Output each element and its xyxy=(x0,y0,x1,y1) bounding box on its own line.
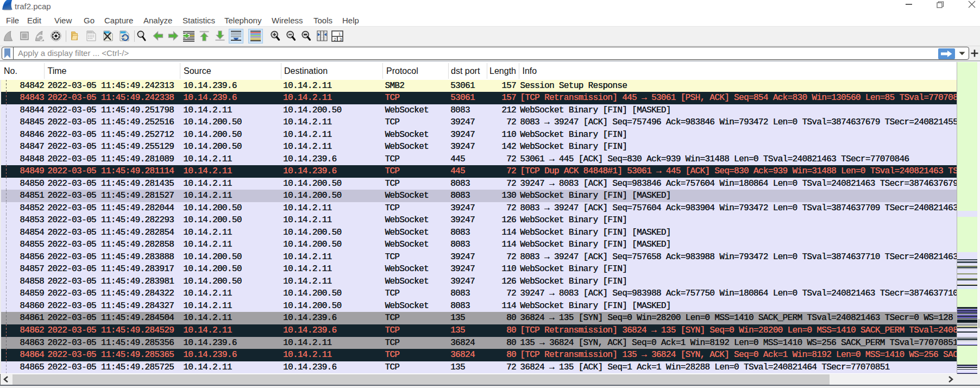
svg-text:1: 1 xyxy=(338,32,341,36)
svg-text:3: 3 xyxy=(340,37,342,42)
svg-text:2: 2 xyxy=(334,37,336,42)
